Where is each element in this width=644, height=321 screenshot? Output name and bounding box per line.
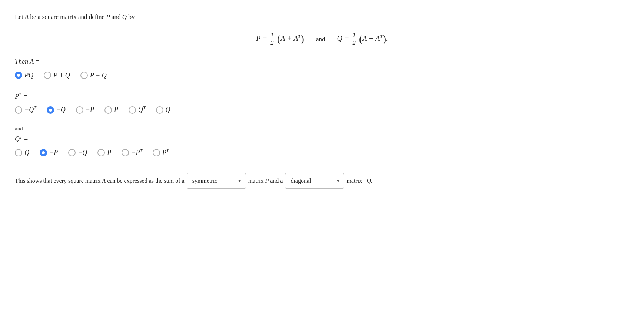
- q3-label-negq: −Q: [78, 148, 87, 158]
- q3-option-negpt[interactable]: −PT: [122, 148, 142, 158]
- var-A: A: [25, 13, 29, 20]
- formula-and: and: [316, 34, 325, 44]
- and-connector: and: [15, 124, 629, 133]
- q3-radio-negp[interactable]: [40, 149, 47, 156]
- q1-label-pq: PQ: [24, 70, 33, 81]
- formula-P: P = 1 2 (A + AT): [256, 31, 304, 47]
- q3-label: QT =: [15, 134, 629, 145]
- q2-radio-negqt[interactable]: [15, 106, 22, 114]
- q2-radio-negp[interactable]: [76, 106, 83, 114]
- q1-label-pminusq: P − Q: [90, 70, 107, 81]
- frac-half-left: 1 2: [270, 32, 275, 47]
- dropdown-symmetric-value: symmetric: [192, 175, 218, 187]
- conclusion-suffix: matrix: [346, 175, 362, 187]
- q2-label-negq: −Q: [56, 105, 66, 115]
- formula-row: P = 1 2 (A + AT) and Q = 1 2 (A − AT).: [15, 31, 629, 47]
- q3-label-pt: PT: [162, 148, 169, 158]
- question-2: PT = −QT −Q −P P QT Q: [15, 91, 629, 116]
- chevron-down-icon: ▼: [238, 176, 242, 185]
- q3-label-p: P: [107, 148, 111, 158]
- q1-label: Then A =: [15, 56, 629, 67]
- dropdown-diagonal-value: diagonal: [291, 175, 311, 187]
- dropdown-diagonal[interactable]: diagonal ▼: [285, 173, 344, 189]
- var-Q: Q: [122, 13, 127, 20]
- q2-label-p: P: [114, 105, 118, 115]
- q3-option-q[interactable]: Q: [15, 148, 29, 158]
- q2-label-negqt: −QT: [24, 105, 36, 115]
- var-P: P: [106, 13, 110, 20]
- q2-label-qt: QT: [138, 105, 146, 115]
- q3-radio-pt[interactable]: [153, 149, 160, 156]
- q1-radio-pq[interactable]: [15, 72, 22, 79]
- q3-radio-p[interactable]: [97, 149, 105, 156]
- q2-option-qt[interactable]: QT: [129, 105, 146, 115]
- intro-text: Let A be a square matrix and define P an…: [15, 12, 629, 22]
- q1-option-pq[interactable]: PQ: [15, 70, 33, 81]
- q3-option-negp[interactable]: −P: [40, 148, 58, 158]
- q3-option-p[interactable]: P: [97, 148, 111, 158]
- q3-label-negpt: −PT: [131, 148, 142, 158]
- q3-label-negp: −P: [49, 148, 58, 158]
- question-3: QT = Q −P −Q P −PT PT: [15, 134, 629, 158]
- dropdown-symmetric[interactable]: symmetric ▼: [187, 173, 246, 189]
- q2-radio-negq[interactable]: [47, 106, 54, 114]
- q1-radio-pplusq[interactable]: [44, 72, 51, 79]
- q3-radio-negq[interactable]: [68, 149, 76, 156]
- q3-radio-negpt[interactable]: [122, 149, 129, 156]
- q3-radio-q[interactable]: [15, 149, 22, 156]
- question-1: Then A = PQ P + Q P − Q: [15, 56, 629, 81]
- q3-option-pt[interactable]: PT: [153, 148, 169, 158]
- q2-radio-group: −QT −Q −P P QT Q: [15, 105, 629, 115]
- chevron-down-icon-2: ▼: [336, 176, 341, 185]
- q2-option-negq[interactable]: −Q: [47, 105, 66, 115]
- q2-option-negp[interactable]: −P: [76, 105, 94, 115]
- frac-half-right: 1 2: [352, 32, 356, 47]
- q2-option-p[interactable]: P: [104, 105, 118, 115]
- q2-label-negp: −P: [86, 105, 94, 115]
- q2-option-negqt[interactable]: −QT: [15, 105, 36, 115]
- conclusion-ending: Q.: [366, 175, 372, 187]
- formula-Q: Q = 1 2 (A − AT).: [337, 31, 388, 47]
- q3-option-negq[interactable]: −Q: [68, 148, 87, 158]
- conclusion-prefix: This shows that every square matrix A ca…: [15, 175, 185, 187]
- q1-radio-group: PQ P + Q P − Q: [15, 70, 629, 81]
- q3-radio-group: Q −P −Q P −PT PT: [15, 148, 629, 158]
- conclusion-middle: matrix P and a: [248, 175, 283, 187]
- q2-label-q: Q: [166, 105, 170, 115]
- q1-option-pminusq[interactable]: P − Q: [80, 70, 107, 81]
- q1-label-pplusq: P + Q: [53, 70, 70, 81]
- q2-radio-q[interactable]: [156, 106, 163, 114]
- q2-option-q[interactable]: Q: [156, 105, 170, 115]
- q1-option-pplusq[interactable]: P + Q: [44, 70, 70, 81]
- q2-radio-qt[interactable]: [129, 106, 136, 114]
- q2-label: PT =: [15, 91, 629, 102]
- q1-radio-pminusq[interactable]: [80, 72, 88, 79]
- q2-radio-p[interactable]: [104, 106, 112, 114]
- q3-label-q: Q: [24, 148, 29, 158]
- conclusion: This shows that every square matrix A ca…: [15, 173, 629, 189]
